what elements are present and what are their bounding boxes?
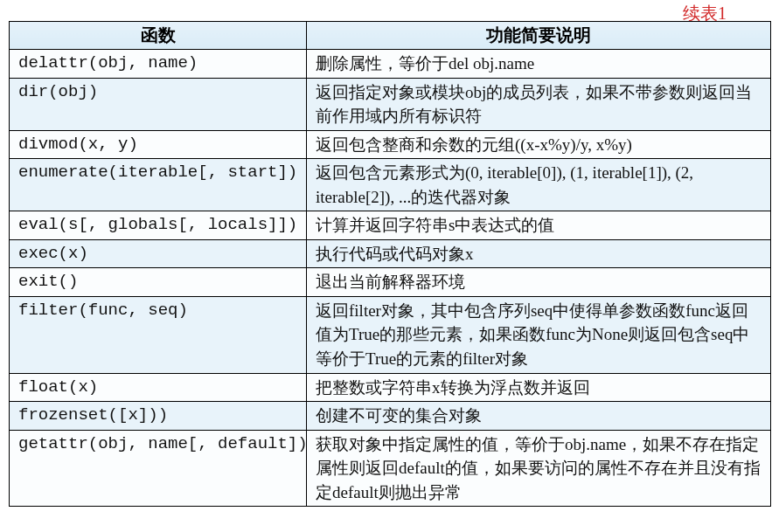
- function-signature: exit(): [10, 268, 307, 297]
- function-description: 返回指定对象或模块obj的成员列表，如果不带参数则返回当前作用域内所有标识符: [307, 78, 771, 130]
- table-row: filter(func, seq)返回filter对象，其中包含序列seq中使得…: [10, 296, 771, 373]
- table-row: float(x)把整数或字符串x转换为浮点数并返回: [10, 373, 771, 402]
- table-row: frozenset([x]))创建不可变的集合对象: [10, 402, 771, 431]
- table-row: enumerate(iterable[, start])返回包含元素形式为(0,…: [10, 159, 771, 211]
- table-row: exec(x)执行代码或代码对象x: [10, 239, 771, 268]
- function-signature: eval(s[, globals[, locals]]): [10, 211, 307, 240]
- function-description: 返回filter对象，其中包含序列seq中使得单参数函数func返回值为True…: [307, 296, 771, 373]
- table-row: divmod(x, y)返回包含整商和余数的元组((x-x%y)/y, x%y): [10, 130, 771, 159]
- header-function: 函数: [10, 22, 307, 50]
- table-header-row: 函数 功能简要说明: [10, 22, 771, 50]
- function-description: 创建不可变的集合对象: [307, 402, 771, 431]
- function-signature: getattr(obj, name[, default]): [10, 430, 307, 507]
- function-description: 计算并返回字符串s中表达式的值: [307, 211, 771, 240]
- function-signature: frozenset([x])): [10, 402, 307, 431]
- table-row: getattr(obj, name[, default])获取对象中指定属性的值…: [10, 430, 771, 507]
- table-row: exit()退出当前解释器环境: [10, 268, 771, 297]
- function-description: 返回包含整商和余数的元组((x-x%y)/y, x%y): [307, 130, 771, 159]
- function-description: 返回包含元素形式为(0, iterable[0]), (1, iterable[…: [307, 159, 771, 211]
- function-signature: float(x): [10, 373, 307, 402]
- function-signature: enumerate(iterable[, start]): [10, 159, 307, 211]
- function-description: 执行代码或代码对象x: [307, 239, 771, 268]
- table-row: dir(obj)返回指定对象或模块obj的成员列表，如果不带参数则返回当前作用域…: [10, 78, 771, 130]
- table-container: 函数 功能简要说明 delattr(obj, name)删除属性，等价于del …: [9, 21, 770, 507]
- function-signature: dir(obj): [10, 78, 307, 130]
- function-description: 把整数或字符串x转换为浮点数并返回: [307, 373, 771, 402]
- functions-table: 函数 功能简要说明 delattr(obj, name)删除属性，等价于del …: [9, 21, 771, 507]
- table-body: delattr(obj, name)删除属性，等价于del obj.namedi…: [10, 50, 771, 507]
- table-row: eval(s[, globals[, locals]])计算并返回字符串s中表达…: [10, 211, 771, 240]
- header-description: 功能简要说明: [307, 22, 771, 50]
- function-signature: filter(func, seq): [10, 296, 307, 373]
- table-row: delattr(obj, name)删除属性，等价于del obj.name: [10, 50, 771, 79]
- function-signature: exec(x): [10, 239, 307, 268]
- function-description: 删除属性，等价于del obj.name: [307, 50, 771, 79]
- function-signature: delattr(obj, name): [10, 50, 307, 79]
- function-description: 获取对象中指定属性的值，等价于obj.name，如果不存在指定属性则返回defa…: [307, 430, 771, 507]
- function-signature: divmod(x, y): [10, 130, 307, 159]
- function-description: 退出当前解释器环境: [307, 268, 771, 297]
